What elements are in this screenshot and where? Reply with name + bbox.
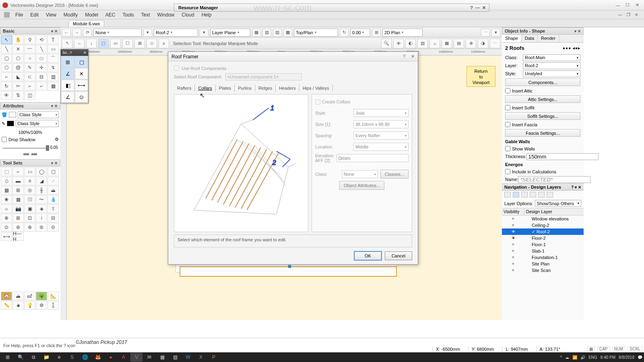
- pen-swatch[interactable]: [7, 121, 14, 126]
- tob-mode4[interactable]: ▢: [98, 39, 109, 48]
- tob-mode8[interactable]: ◇: [147, 39, 157, 48]
- oi-name-input[interactable]: [518, 176, 590, 183]
- start-button[interactable]: ⊞: [2, 353, 14, 362]
- rectangle-tool[interactable]: ▭: [47, 45, 59, 53]
- ts-window[interactable]: ▭: [24, 167, 35, 176]
- tob-zoom[interactable]: 🔍: [381, 39, 392, 48]
- tob-mode1[interactable]: ↖: [62, 39, 72, 48]
- render-select[interactable]: 2D Plan: [382, 29, 423, 37]
- tb-firefox[interactable]: 🦊: [92, 353, 104, 362]
- line-end-marker[interactable]: [31, 153, 37, 155]
- lt-col-visibility[interactable]: Visibility: [502, 208, 524, 215]
- tab-headers[interactable]: Headers: [276, 84, 299, 92]
- tob-b4[interactable]: ▦: [442, 39, 452, 48]
- tob-visibility[interactable]: 👁: [393, 39, 404, 48]
- tsc-landscape[interactable]: 🌳: [36, 292, 47, 300]
- snap-object-toggle[interactable]: ▢: [75, 56, 88, 68]
- fill-swatch[interactable]: [9, 112, 16, 117]
- close-button[interactable]: ✕: [633, 2, 642, 9]
- trim-tool[interactable]: ⌐: [24, 82, 35, 90]
- basic-close[interactable]: ▾ ✕: [51, 29, 58, 33]
- ts-stair[interactable]: ≡: [24, 177, 35, 185]
- plane-icon3[interactable]: ▨: [273, 29, 282, 37]
- regular-poly-tool[interactable]: ⬡: [1, 63, 12, 72]
- offset-tool[interactable]: ⊂: [24, 72, 35, 81]
- ts-north[interactable]: ⇧: [47, 204, 59, 213]
- plane-icon2[interactable]: ▧: [262, 29, 271, 37]
- attributes-close[interactable]: ▾ ✕: [51, 104, 58, 108]
- selected-roof-object[interactable]: [180, 266, 397, 277]
- fillet-tool[interactable]: ⌐: [1, 72, 12, 81]
- menu-window[interactable]: Window: [154, 11, 178, 19]
- snapping-palette[interactable]: Sn...?✕ ⊞ ▢ ∠ ✕ ◧ ⟷ ∠ ⊙: [60, 49, 89, 103]
- oi-fascia-settings-button[interactable]: Fascia Settings...: [505, 129, 580, 137]
- ts-render[interactable]: ▣: [24, 204, 35, 213]
- view-select[interactable]: Top/Plan: [294, 29, 338, 37]
- dialog-help[interactable]: ?: [403, 54, 405, 59]
- oi-insert-attic-check[interactable]: [505, 88, 510, 93]
- ts-ramp[interactable]: ◢: [36, 177, 47, 185]
- attr-mapping-tool[interactable]: ▦: [47, 82, 59, 90]
- rounded-rect-tool[interactable]: ▢: [1, 54, 12, 63]
- viewbar-more[interactable]: ⋯: [481, 29, 490, 37]
- reshape-tool[interactable]: ↯: [47, 63, 59, 72]
- plane-icon4[interactable]: ▩: [283, 29, 292, 37]
- rm-close[interactable]: ✕: [482, 5, 486, 10]
- ts-site[interactable]: ⛰: [47, 186, 59, 195]
- nav-tab-sheets[interactable]: [521, 192, 528, 197]
- ts-roof[interactable]: ◇: [1, 177, 12, 185]
- tb-word[interactable]: W: [182, 353, 194, 362]
- oi-layer-select[interactable]: Roof-2: [523, 62, 580, 69]
- selection-tool[interactable]: ↖: [1, 35, 12, 44]
- text-tool[interactable]: T: [47, 35, 59, 44]
- class-opts[interactable]: ▾: [143, 29, 152, 37]
- pen-icon[interactable]: ✎: [2, 121, 5, 126]
- tb-acrobat[interactable]: A: [118, 353, 130, 362]
- snap-distance-toggle[interactable]: ⟷: [75, 80, 88, 91]
- tob-prefs[interactable]: ≡: [159, 39, 169, 48]
- lt-col-layer[interactable]: Design Layer: [524, 208, 584, 215]
- locus-tool[interactable]: ✢: [36, 63, 47, 72]
- tb-chrome[interactable]: 🌐: [79, 353, 91, 362]
- oi-thickness-input[interactable]: [526, 153, 599, 160]
- tray-date[interactable]: 8/8/2018: [619, 355, 634, 360]
- fill-mode-select[interactable]: Class Style: [18, 111, 59, 118]
- ts-dim-h[interactable]: H—H: [12, 232, 24, 241]
- ts-elev[interactable]: ⊟: [47, 214, 59, 222]
- tab-purlins[interactable]: Purlins: [235, 84, 255, 92]
- line-tool[interactable]: ╲: [1, 45, 12, 53]
- ts-marker3[interactable]: ⊛: [24, 223, 35, 232]
- tob-b6[interactable]: ⊕: [466, 39, 476, 48]
- tob-mode2[interactable]: ↔: [74, 39, 85, 48]
- viewbar-menu[interactable]: ▾: [491, 29, 500, 37]
- tab-rafters[interactable]: Rafters: [174, 84, 195, 92]
- class-select[interactable]: None: [93, 29, 142, 37]
- layer-row[interactable]: 👁Roof-2: [502, 228, 584, 235]
- snap-angle-toggle[interactable]: ∠: [61, 68, 74, 79]
- oi-tab-data[interactable]: Data: [522, 35, 538, 42]
- oi-insert-soffit-check[interactable]: [505, 105, 510, 110]
- ts-wall[interactable]: ⬚: [1, 167, 12, 176]
- tsc-building[interactable]: 🏠: [1, 292, 12, 300]
- tob-mode6[interactable]: ☐: [122, 39, 133, 48]
- pan-tool[interactable]: ✋: [12, 35, 24, 44]
- snap-edge-toggle[interactable]: ∠: [61, 91, 74, 103]
- ts-marker1[interactable]: ⊙: [1, 223, 12, 232]
- search-button[interactable]: 🔍: [14, 353, 27, 362]
- tsc-walkthrough[interactable]: 🚶: [47, 301, 59, 310]
- oi-tab-render[interactable]: Render: [538, 35, 559, 42]
- ts-camera[interactable]: 📷: [12, 204, 24, 213]
- arc-tool[interactable]: ✕: [12, 45, 24, 53]
- drop-shadow-settings[interactable]: ⚙: [55, 137, 59, 142]
- maximize-button[interactable]: ☐: [623, 2, 632, 9]
- menu-edit[interactable]: Edit: [27, 11, 42, 19]
- tob-xray[interactable]: ◐: [405, 39, 416, 48]
- rm-help[interactable]: ?: [470, 5, 473, 10]
- cancel-button[interactable]: Cancel: [385, 251, 412, 260]
- tob-mode5[interactable]: ▭: [110, 39, 121, 48]
- objinfo-nav-dots[interactable]: ●●● ◂●▸: [563, 46, 580, 50]
- menu-modify[interactable]: Modify: [60, 11, 81, 19]
- nav-layer-options-select[interactable]: Show/Snap Others: [535, 200, 581, 207]
- tb-vectorworks[interactable]: V: [130, 353, 142, 362]
- menu-view[interactable]: View: [43, 11, 60, 19]
